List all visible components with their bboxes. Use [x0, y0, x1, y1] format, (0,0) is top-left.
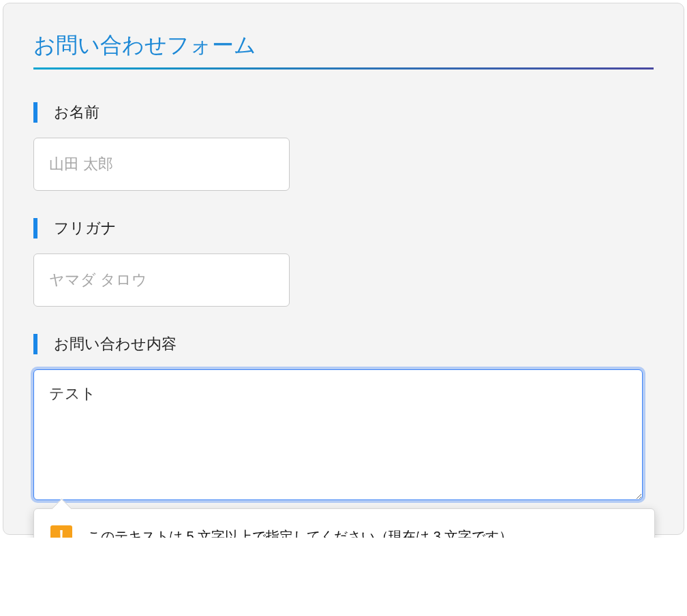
- inquiry-label: お問い合わせ内容: [54, 334, 177, 354]
- inquiry-textarea[interactable]: [33, 369, 643, 500]
- warning-icon: !: [50, 525, 72, 538]
- name-input[interactable]: [33, 138, 290, 191]
- field-name: お名前: [33, 102, 654, 191]
- validation-tooltip: ! このテキストは 5 文字以上で指定してください（現在は 3 文字です）。: [33, 508, 655, 538]
- furigana-input[interactable]: [33, 253, 290, 307]
- inquiry-label-row: お問い合わせ内容: [33, 334, 654, 354]
- validation-message: このテキストは 5 文字以上で指定してください（現在は 3 文字です）。: [87, 527, 526, 538]
- field-inquiry: お問い合わせ内容 ! このテキストは 5 文字以上で指定してください（現在は 3…: [33, 334, 654, 500]
- name-label: お名前: [54, 102, 100, 123]
- contact-form-panel: お問い合わせフォーム お名前 フリガナ お問い合わせ内容 ! このテキストは 5…: [3, 3, 684, 535]
- form-title: お問い合わせフォーム: [33, 31, 654, 70]
- furigana-label-row: フリガナ: [33, 218, 654, 238]
- accent-bar-icon: [33, 102, 37, 123]
- field-furigana: フリガナ: [33, 218, 654, 307]
- accent-bar-icon: [33, 334, 37, 354]
- inquiry-textarea-wrap: ! このテキストは 5 文字以上で指定してください（現在は 3 文字です）。: [33, 369, 654, 500]
- accent-bar-icon: [33, 218, 37, 238]
- furigana-label: フリガナ: [54, 218, 117, 238]
- name-label-row: お名前: [33, 102, 654, 123]
